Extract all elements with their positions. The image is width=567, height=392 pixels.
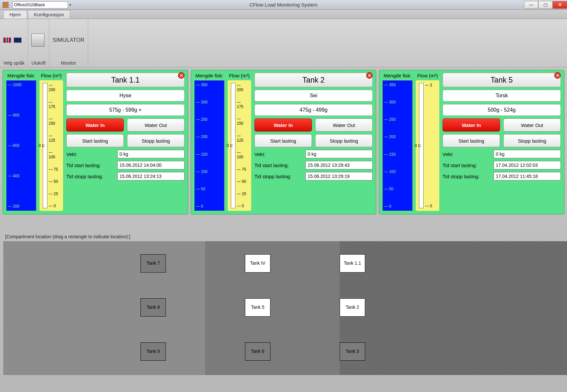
ship-segment xyxy=(205,241,340,375)
weight-class-field[interactable]: 500g - 524g xyxy=(443,104,561,116)
ribbon-group-monitor: SIMULATOR Monitor xyxy=(49,19,88,67)
flag-norway-icon[interactable] xyxy=(3,38,11,43)
tank-name[interactable]: Tank 5 xyxy=(443,73,561,87)
compartment-tank[interactable]: Tank IV xyxy=(245,254,270,273)
flag-uk-icon[interactable] xyxy=(14,38,22,43)
ribbon: Velg språk Utskrift SIMULATOR Monitor xyxy=(0,19,567,67)
flow-label: Flow (m³) xyxy=(41,73,61,78)
mengde-label: Mengde fisk: xyxy=(195,73,223,78)
start-lasting-button[interactable]: Start lasting xyxy=(443,134,500,147)
vekt-value[interactable]: 0 kg xyxy=(117,150,185,158)
titlebar: ▾ CFlow Load Monitoring System — ▢ ✕ xyxy=(0,0,567,10)
tid-start-value[interactable]: 15.06.2012 14:04:00 xyxy=(117,161,185,169)
tid-stopp-label: Tid stopp lasting: xyxy=(66,174,115,179)
start-lasting-button[interactable]: Start lasting xyxy=(254,134,312,147)
ribbon-label-language: Velg språk xyxy=(3,59,24,66)
water-out-button[interactable]: Water Out xyxy=(127,118,185,132)
compartment-tank[interactable]: Tank 5 xyxy=(245,298,270,317)
tid-stopp-value[interactable]: 15.06.2012 13:29:19 xyxy=(305,172,373,180)
mengde-gauge: — 350— 300— 250— 200— 150— 100— 50— 0 xyxy=(382,80,413,211)
tank-panel: Mengde fisk:— 350— 300— 250— 200— 150— 1… xyxy=(191,70,376,214)
maximize-button[interactable]: ▢ xyxy=(538,1,553,9)
vekt-label: Vekt: xyxy=(443,151,492,157)
tid-start-label: Tid start lasting: xyxy=(443,163,492,168)
tank-panels-row: Mengde fisk:— 1000— 800— 600— 400— 200Fl… xyxy=(0,67,567,214)
tab-konfigurasjon[interactable]: Konfigurasjon xyxy=(28,10,70,19)
flow-gauge: 0 ⊏— 200— 175— 150— 125— 100— 75— 50— 25… xyxy=(40,80,63,211)
tid-stopp-label: Tid stopp lasting: xyxy=(254,174,303,179)
ship-bow xyxy=(480,241,567,375)
vekt-value[interactable]: 0 kg xyxy=(494,150,561,158)
flow-label: Flow (m³) xyxy=(417,73,438,78)
compartment-section: [Compartment location (drag a rectangle … xyxy=(3,234,564,375)
ship-outline[interactable]: Tank 7Tank IVTank 1.1Tank 8Tank 5Tank 2T… xyxy=(3,241,564,375)
app-icon xyxy=(3,2,8,8)
ribbon-group-print: Utskrift xyxy=(28,19,49,67)
minimize-button[interactable]: — xyxy=(524,1,538,9)
stopp-lasting-button[interactable]: Stopp lasting xyxy=(127,134,185,147)
tid-stopp-label: Tid stopp lasting: xyxy=(443,174,492,179)
tank-panel: Mengde fisk:— 350— 300— 250— 200— 150— 1… xyxy=(379,70,564,214)
tid-start-label: Tid start lasting: xyxy=(254,163,303,168)
theme-select[interactable] xyxy=(12,1,68,8)
compartment-tank[interactable]: Tank 3 xyxy=(340,342,365,361)
ribbon-group-language: Velg språk xyxy=(0,19,28,67)
window-title: CFlow Load Monitoring System xyxy=(250,2,317,8)
flow-gauge: 0 ⊏— 200— 175— 150— 125— 100— 75— 50— 25… xyxy=(228,80,251,211)
mengde-gauge: — 1000— 800— 600— 400— 200 xyxy=(6,80,36,211)
tid-start-label: Tid start lasting: xyxy=(66,163,115,168)
compartment-tank[interactable]: Tank 1.1 xyxy=(340,254,365,273)
weight-class-field[interactable]: 475g - 499g xyxy=(254,104,373,116)
tid-stopp-value[interactable]: 17.04.2012 11:45:18 xyxy=(494,172,561,180)
mengde-gauge: — 350— 300— 250— 200— 150— 100— 50— 0 xyxy=(194,80,224,211)
vekt-label: Vekt: xyxy=(254,151,303,157)
tank-panel: Mengde fisk:— 1000— 800— 600— 400— 200Fl… xyxy=(3,70,188,214)
mengde-label: Mengde fisk: xyxy=(383,73,411,78)
vekt-label: Vekt: xyxy=(66,151,115,157)
water-out-button[interactable]: Water Out xyxy=(503,118,561,132)
ribbon-label-monitor: Monitor xyxy=(53,59,85,66)
printer-icon[interactable] xyxy=(31,34,44,47)
simulator-button[interactable]: SIMULATOR xyxy=(53,37,85,43)
ship-segment xyxy=(3,241,205,375)
dropdown-arrow-icon[interactable]: ▾ xyxy=(69,3,71,7)
mengde-label: Mengde fisk: xyxy=(7,73,35,78)
compartment-tank[interactable]: Tank 2 xyxy=(340,298,365,317)
tid-start-value[interactable]: 15.06.2012 13:29:43 xyxy=(305,161,373,169)
water-in-button[interactable]: Water In xyxy=(443,118,500,132)
close-button[interactable]: ✕ xyxy=(553,1,567,9)
compartment-tank[interactable]: Tank 7 xyxy=(140,254,166,273)
compartment-label: [Compartment location (drag a rectangle … xyxy=(5,234,564,239)
water-in-button[interactable]: Water In xyxy=(254,118,312,132)
compartment-tank[interactable]: Tank 9 xyxy=(140,342,166,361)
tank-name[interactable]: Tank 2 xyxy=(254,73,373,87)
water-out-button[interactable]: Water Out xyxy=(315,118,373,132)
tid-stopp-value[interactable]: 15.06.2012 13:24:13 xyxy=(117,172,185,180)
panel-close-icon[interactable]: ✕ xyxy=(178,72,185,79)
vekt-value[interactable]: 0 kg xyxy=(305,150,373,158)
panel-close-icon[interactable]: ✕ xyxy=(366,72,373,79)
weight-class-field[interactable]: 575g - 599g + xyxy=(66,104,185,116)
tid-start-value[interactable]: 17.04.2012 12:02:03 xyxy=(494,161,561,169)
compartment-tank[interactable]: Tank 6 xyxy=(245,342,270,361)
stopp-lasting-button[interactable]: Stopp lasting xyxy=(503,134,561,147)
species-field[interactable]: Hyse xyxy=(66,90,185,102)
stopp-lasting-button[interactable]: Stopp lasting xyxy=(315,134,373,147)
species-field[interactable]: Sei xyxy=(254,90,373,102)
water-in-button[interactable]: Water In xyxy=(66,118,124,132)
ribbon-label-print: Utskrift xyxy=(31,59,46,66)
tab-strip: Hjem Konfigurasjon xyxy=(0,10,567,19)
start-lasting-button[interactable]: Start lasting xyxy=(66,134,124,147)
compartment-tank[interactable]: Tank 8 xyxy=(140,298,166,317)
tank-name[interactable]: Tank 1.1 xyxy=(66,73,185,87)
species-field[interactable]: Torsk xyxy=(443,90,561,102)
flow-gauge: 0 ⊏— 3— 0 xyxy=(416,80,439,211)
flow-label: Flow (m³) xyxy=(229,73,250,78)
panel-close-icon[interactable]: ✕ xyxy=(554,72,561,79)
tab-hjem[interactable]: Hjem xyxy=(3,10,27,19)
